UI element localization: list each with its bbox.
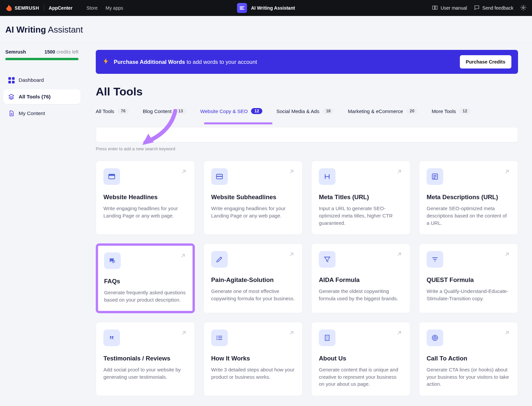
sidebar-item-label: My Content: [19, 110, 45, 116]
tool-card-website-headlines[interactable]: Website HeadlinesWrite engaging headline…: [96, 161, 195, 235]
tool-card-website-subheadlines[interactable]: Website SubheadlinesWrite engaging headl…: [203, 161, 303, 235]
svg-point-6: [216, 336, 217, 337]
book-icon: [432, 5, 438, 12]
tool-card-quest-formula[interactable]: QUEST FormulaWrite a Qualify-Understand-…: [419, 243, 518, 313]
send-feedback-label: Send feedback: [482, 5, 513, 11]
nav-store[interactable]: Store: [86, 5, 97, 11]
sidebar-item-dashboard[interactable]: Dashboard: [3, 73, 80, 87]
tab-count-badge: 13: [175, 108, 186, 114]
tab-count-badge: 18: [323, 108, 334, 114]
credits-progress-fill: [5, 58, 78, 60]
card-title: How It Works: [211, 355, 295, 362]
brand-text: SEMRUSH: [15, 5, 39, 11]
open-arrow-icon: [396, 251, 403, 259]
purchase-credits-button[interactable]: Purchase Credits: [460, 55, 511, 68]
tool-cards-grid: Website HeadlinesWrite engaging headline…: [96, 161, 518, 396]
tab-count-badge: 12: [251, 108, 262, 114]
card-description: Write a Qualify-Understand-Educate-Stimu…: [427, 288, 510, 302]
semrush-flame-icon: [5, 4, 13, 12]
app-title: AI Writing Assistant: [251, 5, 295, 11]
tab-blog-content[interactable]: Blog Content13: [143, 105, 187, 120]
card-title: Call To Action: [427, 355, 510, 362]
tab-underline: [96, 122, 518, 124]
purchase-banner: Purchase Additional Words to add words t…: [96, 50, 518, 74]
card-title: Meta Descriptions (URL): [427, 194, 510, 201]
open-arrow-icon: [288, 251, 295, 259]
sidebar-item-my-content[interactable]: My Content: [3, 106, 80, 121]
tool-card-meta-titles-url-[interactable]: Meta Titles (URL)Input a URL to generate…: [311, 161, 410, 235]
tool-card-how-it-works[interactable]: How It WorksWrite 3 detailed steps about…: [203, 322, 303, 396]
sidebar-item-label: All Tools (76): [19, 94, 51, 100]
filter-icon: [427, 251, 443, 268]
funnel-icon: [319, 251, 335, 268]
card-description: Add social proof to your website by gene…: [103, 366, 187, 381]
card-title: FAQs: [104, 278, 187, 285]
building-icon: [319, 330, 335, 346]
nav-my-apps[interactable]: My apps: [106, 5, 123, 11]
tab-social-media-ads[interactable]: Social Media & Ads18: [276, 105, 334, 120]
open-arrow-icon: [288, 168, 295, 176]
target-icon: [427, 330, 443, 346]
tab-label: All Tools: [96, 108, 114, 114]
user-manual-link[interactable]: User manual: [432, 5, 467, 12]
tool-card-call-to-action[interactable]: Call To ActionGenerate CTA lines (or hoo…: [419, 322, 518, 396]
tool-card-faqs[interactable]: FAQsGenerate frequently asked questions …: [96, 243, 195, 313]
appcenter-label[interactable]: AppCenter: [49, 5, 73, 11]
document-icon: [8, 110, 15, 117]
tab-website-copy-seo[interactable]: Website Copy & SEO12: [200, 105, 262, 120]
tab-label: Website Copy & SEO: [200, 108, 248, 114]
card-title: AIDA Formula: [319, 276, 403, 284]
open-arrow-icon: [504, 330, 510, 338]
headline-icon: [103, 168, 120, 185]
tab-count-badge: 76: [118, 108, 129, 114]
tab-count-badge: 12: [459, 108, 470, 114]
card-description: Write 3 detailed steps about how your pr…: [211, 366, 295, 381]
card-description: Write engaging headlines for your Landin…: [211, 205, 295, 219]
card-description: Write engaging headlines for your Landin…: [103, 205, 187, 219]
tool-card-pain-agitate-solution[interactable]: Pain-Agitate-SolutionGenerate one of mos…: [203, 243, 303, 313]
tab-marketing-ecommerce[interactable]: Marketing & eCommerce20: [348, 105, 418, 120]
quote-icon: [103, 330, 120, 346]
list-icon: [211, 330, 228, 346]
sidebar-nav: Dashboard All Tools (76) My Content: [3, 73, 80, 121]
tool-card-about-us[interactable]: About UsGenerate content that is unique …: [311, 322, 410, 396]
vertical-divider: [44, 5, 44, 11]
credits-value: 1500: [45, 49, 55, 55]
card-description: Generate frequently asked questions base…: [104, 289, 187, 304]
open-arrow-icon: [504, 251, 510, 259]
open-arrow-icon: [504, 168, 510, 176]
tool-card-meta-descriptions-url-[interactable]: Meta Descriptions (URL)Generate SEO-opti…: [419, 161, 518, 235]
layers-icon: [8, 93, 15, 100]
gear-icon[interactable]: [520, 4, 527, 12]
open-arrow-icon: [396, 168, 403, 176]
card-title: Pain-Agitate-Solution: [211, 276, 295, 284]
credits-amount-wrap: 1500 credits left: [45, 49, 78, 55]
card-description: Input a URL to generate SEO-optimized me…: [319, 205, 403, 226]
card-description: Generate CTA lines (or hooks) about your…: [427, 366, 510, 388]
tool-card-testimonials-reviews[interactable]: Testimonials / ReviewsAdd social proof t…: [96, 322, 195, 396]
svg-point-7: [216, 337, 217, 338]
card-title: Website Headlines: [103, 194, 187, 201]
topbar: SEMRUSH AppCenter Store My apps AI Writi…: [0, 0, 532, 16]
send-feedback-link[interactable]: Send feedback: [474, 5, 513, 12]
app-name-heading: AI Writing Assistant: [5, 25, 525, 35]
svg-point-8: [216, 339, 217, 340]
tab-all-tools[interactable]: All Tools76: [96, 105, 129, 120]
chat-icon: [104, 252, 121, 269]
tool-card-aida-formula[interactable]: AIDA FormulaGenerate the oldest copywrit…: [311, 243, 410, 313]
tab-more-tools[interactable]: More Tools12: [432, 105, 470, 120]
card-title: About Us: [319, 355, 403, 362]
page-header: AI Writing Assistant: [0, 16, 532, 43]
card-title: Website Subheadlines: [211, 194, 295, 201]
sidebar-item-all-tools[interactable]: All Tools (76): [3, 89, 80, 104]
bolt-icon: [102, 58, 110, 67]
search-hint: Press enter to add a new search keyword: [96, 146, 518, 151]
open-arrow-icon: [180, 252, 187, 260]
edit-icon: [211, 251, 228, 268]
card-description: Generate content that is unique and crea…: [319, 366, 403, 388]
top-center-title: AI Writing Assistant: [237, 3, 295, 13]
open-arrow-icon: [181, 330, 187, 338]
brand-logo[interactable]: SEMRUSH: [5, 4, 39, 12]
feedback-icon: [474, 5, 480, 12]
search-input[interactable]: [96, 127, 518, 142]
